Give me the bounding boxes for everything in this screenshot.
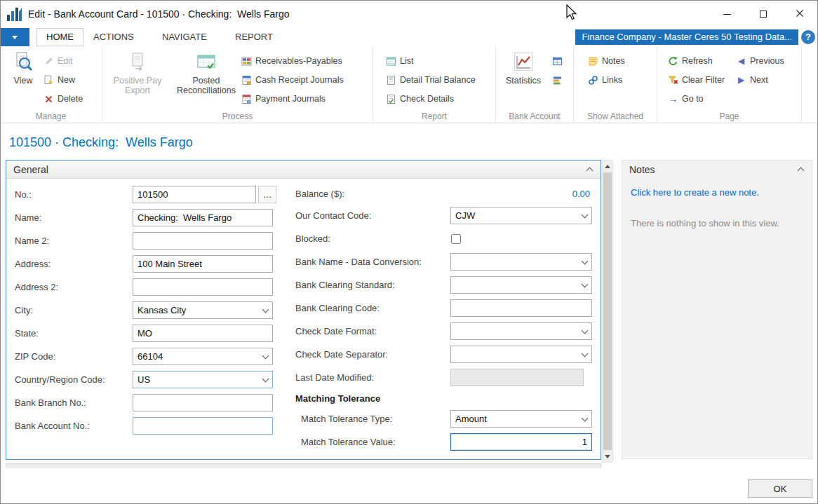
scroll-up-button[interactable]: [603, 161, 612, 172]
name-input[interactable]: [133, 209, 273, 226]
address2-input[interactable]: [133, 278, 273, 296]
refresh-button[interactable]: Refresh: [668, 53, 713, 69]
match-tolerance-type-input[interactable]: [450, 410, 592, 428]
bank-account-mini-button-1[interactable]: [552, 53, 563, 69]
notes-factbox-header[interactable]: Notes: [622, 161, 812, 179]
name2-input[interactable]: [133, 232, 273, 250]
collapse-chevron-icon[interactable]: [586, 168, 594, 175]
balance-drilldown-value[interactable]: 0.00: [450, 189, 592, 199]
clear-filter-button[interactable]: Clear Filter: [668, 71, 725, 88]
bank-branch-no-input[interactable]: [133, 394, 273, 411]
balance-label: Balance ($):: [295, 189, 450, 199]
next-fasttab-partial[interactable]: [6, 463, 601, 468]
minimize-icon: [723, 14, 731, 15]
new-button[interactable]: New: [43, 71, 75, 88]
go-to-arrow-icon: →: [668, 94, 678, 104]
cash-receipt-journal-icon: [241, 75, 252, 86]
previous-arrow-icon: ◀: [736, 56, 746, 67]
tab-actions[interactable]: ACTIONS: [84, 28, 143, 46]
payment-journals-button[interactable]: Payment Journals: [241, 90, 326, 107]
no-input[interactable]: [133, 186, 256, 203]
state-input[interactable]: [133, 325, 273, 342]
check-date-format-input[interactable]: [450, 322, 592, 340]
field-row-address: Address:: [15, 252, 297, 275]
bank-clearing-code-input[interactable]: [450, 299, 592, 317]
links-button[interactable]: Links: [588, 71, 622, 88]
state-label: State:: [15, 328, 133, 339]
go-to-button[interactable]: → Go to: [668, 90, 704, 107]
address-input[interactable]: [133, 255, 273, 273]
country-region-code-input[interactable]: [133, 371, 273, 388]
payment-journal-icon: [241, 94, 252, 104]
create-note-link[interactable]: Click here to create a new note.: [631, 187, 759, 198]
cash-receipt-journals-button[interactable]: Cash Receipt Journals: [241, 71, 344, 88]
check-details-button[interactable]: Check Details: [386, 90, 454, 107]
zip-code-label: ZIP Code:: [15, 351, 133, 362]
detail-trial-balance-button[interactable]: Detail Trial Balance: [386, 71, 476, 88]
delete-button[interactable]: Delete: [43, 90, 83, 107]
list-button[interactable]: List: [386, 53, 413, 69]
minimize-button[interactable]: [709, 0, 745, 28]
no-assist-button[interactable]: …: [258, 186, 276, 203]
pencil-icon: [43, 56, 54, 67]
vertical-scrollbar[interactable]: [602, 160, 613, 463]
bank-account-mini-button-2[interactable]: [552, 71, 563, 88]
bank-name-data-conversion-input[interactable]: [450, 253, 592, 271]
field-row-bank-clearing-code: Bank Clearing Code:: [295, 297, 596, 320]
statistics-button[interactable]: Statistics: [500, 50, 547, 86]
positive-pay-export-button[interactable]: Positive Pay Export: [108, 50, 167, 95]
group-label-process: Process: [102, 111, 373, 121]
detail-trial-balance-doc-icon: [386, 75, 396, 86]
help-button[interactable]: ?: [801, 30, 815, 44]
posted-reconciliations-button[interactable]: Posted Reconciliations: [170, 50, 243, 95]
tab-report[interactable]: REPORT: [226, 28, 282, 46]
blocked-checkbox[interactable]: [451, 234, 461, 244]
city-input[interactable]: [133, 301, 273, 319]
ribbon: View Edit New Delete Manage Positive Pay…: [0, 46, 818, 123]
positive-pay-export-label: Positive Pay Export: [108, 76, 167, 95]
match-tolerance-value-label: Match Tolerance Value:: [295, 437, 450, 447]
positive-pay-export-icon: [127, 50, 148, 74]
field-row-last-date-modified: Last Date Modified:: [295, 366, 596, 389]
scroll-down-button[interactable]: [603, 451, 612, 462]
bank-name-data-conversion-label: Bank Name - Data Conversion:: [295, 257, 450, 267]
field-row-bank-name-conversion: Bank Name - Data Conversion:: [295, 250, 596, 273]
group-label-manage: Manage: [0, 111, 102, 121]
bank-clearing-standard-input[interactable]: [450, 276, 592, 294]
our-contact-code-label: Our Contact Code:: [295, 210, 450, 221]
field-row-our-contact: Our Contact Code:: [295, 204, 596, 227]
notes-button[interactable]: Notes: [588, 53, 625, 69]
bank-account-no-input[interactable]: [133, 417, 273, 435]
group-label-bank-account: Bank Account: [496, 111, 573, 121]
zip-code-input[interactable]: [133, 348, 273, 365]
match-tolerance-value-input[interactable]: [450, 433, 592, 451]
help-icon: ?: [805, 32, 811, 42]
general-fasttab-header[interactable]: General: [6, 161, 601, 179]
posted-reconciliations-label: Posted Reconciliations: [170, 76, 243, 95]
blocked-label: Blocked:: [295, 233, 450, 244]
edit-button[interactable]: Edit: [43, 53, 73, 69]
receivables-payables-button[interactable]: Receivables-Payables: [241, 53, 342, 69]
previous-button[interactable]: ◀ Previous: [736, 53, 784, 69]
tab-navigate[interactable]: NAVIGATE: [153, 28, 216, 46]
company-filter-badge[interactable]: Finance Company - Master Ceres 50 Testin…: [575, 29, 798, 45]
bank-clearing-standard-label: Bank Clearing Standard:: [295, 280, 450, 290]
our-contact-code-input[interactable]: [450, 207, 592, 224]
application-menu-button[interactable]: [0, 28, 29, 46]
tab-home[interactable]: HOME: [36, 28, 83, 46]
view-button[interactable]: View: [4, 50, 42, 86]
ok-button[interactable]: OK: [748, 479, 812, 498]
field-row-blocked: Blocked:: [295, 227, 596, 250]
notes-button-label: Notes: [602, 56, 625, 66]
close-button[interactable]: [782, 0, 818, 28]
maximize-button[interactable]: [745, 0, 782, 28]
edit-button-label: Edit: [58, 56, 73, 66]
collapse-chevron-icon[interactable]: [798, 168, 805, 175]
next-button[interactable]: ▶ Next: [736, 71, 768, 88]
ribbon-tab-row: HOME ACTIONS NAVIGATE REPORT Finance Com…: [0, 28, 818, 46]
statistics-label: Statistics: [506, 76, 541, 86]
check-date-separator-input[interactable]: [450, 346, 592, 363]
bank-clearing-code-label: Bank Clearing Code:: [295, 303, 450, 313]
scrollbar-thumb[interactable]: [603, 172, 612, 450]
field-row-match-tolerance-type: Match Tolerance Type:: [295, 407, 596, 430]
